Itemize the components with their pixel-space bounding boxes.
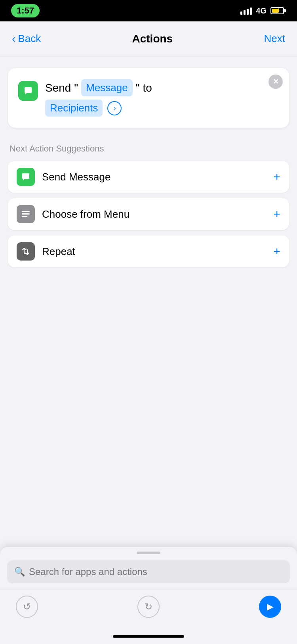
toolbar-row: ↺ ↻ ▶ (0, 589, 297, 629)
status-bar: 1:57 4G ⚡ (0, 0, 297, 21)
action-card-body: Send " Message " to Recipients › (45, 79, 279, 117)
nav-bar: ‹ Back Actions Next (0, 21, 297, 56)
home-bar (113, 635, 184, 638)
repeat-add-button[interactable]: + (273, 245, 280, 258)
send-message-label: Send Message (42, 171, 273, 183)
suggestion-item-send-message[interactable]: Send Message + (8, 161, 289, 193)
repeat-icon (17, 242, 35, 261)
status-right: 4G ⚡ (240, 6, 286, 15)
action-line2: Recipients › (45, 100, 279, 117)
status-time: 1:57 (11, 4, 40, 17)
signal-4g-label: 4G (256, 6, 267, 15)
back-button[interactable]: ‹ Back (12, 33, 41, 45)
send-message-icon (17, 168, 35, 186)
recipients-expand-button[interactable]: › (107, 101, 122, 115)
bottom-sheet-handle (137, 552, 160, 554)
play-icon: ▶ (267, 602, 274, 612)
choose-from-menu-label: Choose from Menu (42, 208, 273, 220)
to-label: to (143, 80, 152, 96)
next-button[interactable]: Next (264, 33, 285, 45)
recipients-chip[interactable]: Recipients (45, 100, 103, 117)
search-input[interactable] (29, 566, 283, 577)
redo-icon: ↻ (145, 601, 152, 612)
nav-title: Actions (132, 33, 173, 45)
choose-from-menu-icon (17, 205, 35, 223)
main-content: Send " Message " to Recipients › ✕ Next … (0, 56, 297, 279)
send-label: Send " (45, 80, 78, 96)
message-chip[interactable]: Message (81, 79, 133, 96)
choose-from-menu-add-button[interactable]: + (273, 207, 280, 221)
back-label: Back (18, 33, 41, 45)
svg-rect-1 (22, 211, 30, 212)
suggestion-item-choose-from-menu[interactable]: Choose from Menu + (8, 198, 289, 230)
suggestion-list: Send Message + Choose from Menu + (8, 161, 289, 267)
search-icon: 🔍 (14, 567, 25, 577)
signal-bars (240, 7, 252, 15)
home-indicator (0, 629, 297, 644)
chevron-left-icon: ‹ (12, 33, 15, 44)
svg-rect-3 (22, 216, 27, 217)
action-line1: Send " Message " to (45, 79, 279, 96)
action-card: Send " Message " to Recipients › ✕ (8, 68, 289, 128)
action-card-icon (18, 81, 38, 101)
undo-button[interactable]: ↺ (16, 596, 38, 618)
repeat-label: Repeat (42, 245, 273, 258)
action-card-close-button[interactable]: ✕ (268, 75, 283, 89)
suggestions-label: Next Action Suggestions (8, 144, 289, 154)
battery-icon: ⚡ (270, 7, 286, 14)
quote-close: " (136, 80, 140, 96)
svg-rect-2 (22, 213, 30, 215)
messages-icon (23, 85, 34, 96)
redo-button[interactable]: ↻ (137, 596, 160, 618)
bottom-sheet: 🔍 ↺ ↻ ▶ (0, 547, 297, 644)
undo-icon: ↺ (23, 601, 31, 612)
play-button[interactable]: ▶ (259, 596, 281, 618)
search-bar[interactable]: 🔍 (7, 560, 290, 583)
send-message-add-button[interactable]: + (273, 170, 280, 184)
suggestion-item-repeat[interactable]: Repeat + (8, 236, 289, 267)
